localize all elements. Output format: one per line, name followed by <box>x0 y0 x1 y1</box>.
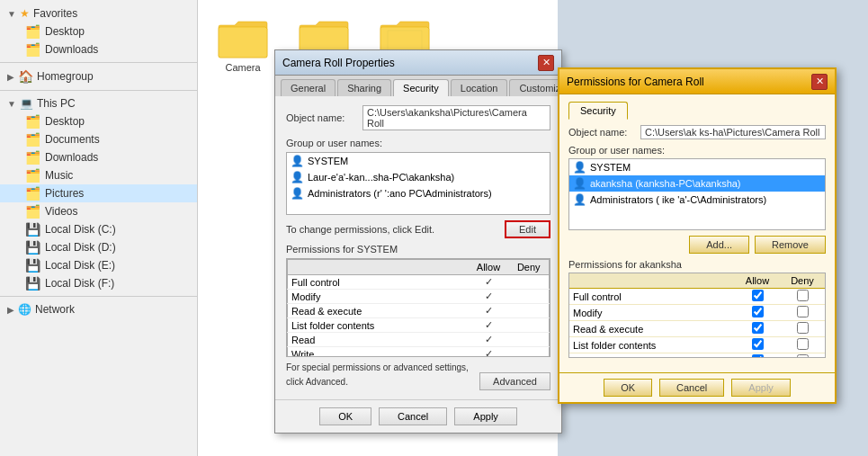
sidebar-item-localdisk-f[interactable]: 💾 Local Disk (F:) <box>0 274 197 292</box>
perms-modify-allow[interactable] <box>735 305 780 321</box>
perms-add-button[interactable]: Add... <box>689 236 749 254</box>
perm-col-deny: Deny <box>509 260 550 275</box>
perms-readexec-allow[interactable] <box>735 321 780 337</box>
tab-general[interactable]: General <box>281 79 336 96</box>
advanced-button[interactable]: Advanced <box>479 372 550 390</box>
sidebar-item-music[interactable]: 🗂️ Music <box>0 166 197 184</box>
perms-close-button[interactable]: ✕ <box>811 74 828 90</box>
favorites-star-icon: ★ <box>20 7 30 20</box>
perms-cancel-button[interactable]: Cancel <box>659 379 724 397</box>
tab-security[interactable]: Security <box>393 79 449 96</box>
properties-apply-button[interactable]: Apply <box>454 407 517 425</box>
documents-label: Documents <box>45 133 100 146</box>
user-system-name: SYSTEM <box>308 156 348 166</box>
perms-row-read: Read <box>569 353 825 359</box>
perms-btn-row: Add... Remove <box>568 236 826 254</box>
perms-tabs: Security <box>568 102 826 120</box>
localdisk-f-icon: 💾 <box>25 276 40 291</box>
perms-ok-button[interactable]: OK <box>604 379 652 397</box>
perms-user-system[interactable]: 👤 SYSTEM <box>569 159 825 175</box>
documents-icon: 🗂️ <box>25 132 40 147</box>
thispc-desktop-label: Desktop <box>45 115 85 128</box>
user-item-admin[interactable]: 👤 Administrators (r' ':ano PC\Administra… <box>287 185 550 201</box>
network-header[interactable]: ▶ 🌐 Network <box>0 300 197 318</box>
pictures-label: Pictures <box>45 187 84 200</box>
edit-button[interactable]: Edit <box>505 220 550 238</box>
sidebar-downloads-label: Downloads <box>45 43 98 56</box>
permissions-table-scroll[interactable]: Allow Deny Full control ✓ Modify ✓ <box>286 258 550 357</box>
thispc-header[interactable]: ▼ 💻 This PC <box>0 94 197 112</box>
sidebar-item-thispc-downloads[interactable]: 🗂️ Downloads <box>0 148 197 166</box>
perms-fullcontrol-deny[interactable] <box>780 289 825 305</box>
permissions-for-label: Permissions for SYSTEM <box>286 244 550 255</box>
perms-user-admin[interactable]: 👤 Administrators ( ike 'a'-C\Administrat… <box>569 192 825 208</box>
edit-info-text: To change permissions, click Edit. <box>286 224 505 235</box>
homegroup-header[interactable]: ▶ 🏠 Homegroup <box>0 67 197 86</box>
folder-item-camera-roll[interactable]: Camera <box>211 18 274 73</box>
perms-readexec-deny[interactable] <box>780 321 825 337</box>
properties-cancel-button[interactable]: Cancel <box>379 407 447 425</box>
tab-sharing[interactable]: Sharing <box>337 79 391 96</box>
perm-readexec-deny <box>509 304 550 318</box>
user-item-system[interactable]: 👤 SYSTEM <box>287 153 550 169</box>
localdisk-f-label: Local Disk (F:) <box>45 277 114 290</box>
user-item-akanksha[interactable]: 👤 Laur-e'a'-kan...sha-PC\akanksha) <box>287 169 550 185</box>
perms-table: Allow Deny Full control Modify <box>569 273 825 358</box>
sidebar-item-downloads[interactable]: 🗂️ Downloads <box>0 40 197 58</box>
sidebar-item-documents[interactable]: 🗂️ Documents <box>0 130 197 148</box>
perms-listfolder-name: List folder contents <box>569 337 735 353</box>
favorites-header[interactable]: ▼ ★ Favorites <box>0 4 197 22</box>
perm-read-name: Read <box>288 333 469 347</box>
perms-read-allow[interactable] <box>735 353 780 359</box>
properties-ok-button[interactable]: OK <box>319 407 371 425</box>
perm-fullcontrol-deny <box>509 275 550 290</box>
perms-table-scroll[interactable]: Allow Deny Full control Modify <box>568 273 826 358</box>
perms-apply-button[interactable]: Apply <box>731 379 791 397</box>
perms-perm-label: Permissions for akanksha <box>568 259 826 270</box>
properties-close-button[interactable]: ✕ <box>538 55 554 71</box>
perm-readexec-name: Read & execute <box>288 304 469 318</box>
tab-location[interactable]: Location <box>451 79 508 96</box>
perms-fullcontrol-name: Full control <box>569 289 735 305</box>
perms-modify-deny[interactable] <box>780 305 825 321</box>
perms-fullcontrol-allow[interactable] <box>735 289 780 305</box>
network-arrow: ▶ <box>7 305 14 315</box>
localdisk-d-icon: 💾 <box>25 240 40 255</box>
perms-title: Permissions for Camera Roll <box>567 76 704 88</box>
perms-system-name: SYSTEM <box>590 162 631 173</box>
network-icon: 🌐 <box>18 303 31 316</box>
localdisk-e-icon: 💾 <box>25 258 40 273</box>
thispc-downloads-label: Downloads <box>45 151 98 164</box>
properties-footer: OK Cancel Apply <box>275 399 561 433</box>
perms-user-list[interactable]: 👤 SYSTEM 👤 akanksha (kanksha-PC\akanksha… <box>568 158 826 230</box>
sidebar-item-desktop[interactable]: 🗂️ Desktop <box>0 22 197 40</box>
perms-user-akanksha[interactable]: 👤 akanksha (kanksha-PC\akanksha) <box>569 175 825 192</box>
homegroup-icon: 🏠 <box>18 69 33 84</box>
perms-remove-button[interactable]: Remove <box>755 236 826 254</box>
perms-read-deny[interactable] <box>780 353 825 359</box>
perms-object-value: C:\Users\ak ks-ha\Pictures\Camera Roll <box>640 125 826 139</box>
user-list[interactable]: 👤 SYSTEM 👤 Laur-e'a'-kan...sha-PC\akanks… <box>286 152 550 215</box>
sidebar-item-localdisk-e[interactable]: 💾 Local Disk (E:) <box>0 256 197 274</box>
properties-dialog: Camera Roll Properties ✕ General Sharing… <box>274 49 562 434</box>
perms-col-name <box>569 273 735 289</box>
sidebar-item-localdisk-d[interactable]: 💾 Local Disk (D:) <box>0 238 197 256</box>
edit-row: To change permissions, click Edit. Edit <box>286 220 550 238</box>
properties-tabs: General Sharing Security Location Custom… <box>275 76 561 96</box>
perms-tab-security[interactable]: Security <box>568 102 628 120</box>
favorites-label: Favorites <box>33 7 77 20</box>
perm-row-write: Write ✓ <box>288 347 550 358</box>
user-akanksha-name: Laur-e'a'-kan...sha-PC\akanksha) <box>308 172 454 183</box>
sidebar-item-videos[interactable]: 🗂️ Videos <box>0 202 197 220</box>
sidebar-item-thispc-desktop[interactable]: 🗂️ Desktop <box>0 112 197 130</box>
object-name-value: C:\Users\akanksha\Pictures\Camera Roll <box>362 105 550 130</box>
sidebar-item-localdisk-c[interactable]: 💾 Local Disk (C:) <box>0 220 197 238</box>
folder-camera-label: Camera <box>225 62 260 73</box>
perm-row-read: Read ✓ <box>288 333 550 347</box>
perms-listfolder-deny[interactable] <box>780 337 825 353</box>
sidebar-item-pictures[interactable]: 🗂️ Pictures <box>0 184 197 202</box>
pictures-icon: 🗂️ <box>25 186 40 201</box>
perms-listfolder-allow[interactable] <box>735 337 780 353</box>
perm-write-deny <box>509 347 550 358</box>
homegroup-arrow: ▶ <box>7 72 14 82</box>
